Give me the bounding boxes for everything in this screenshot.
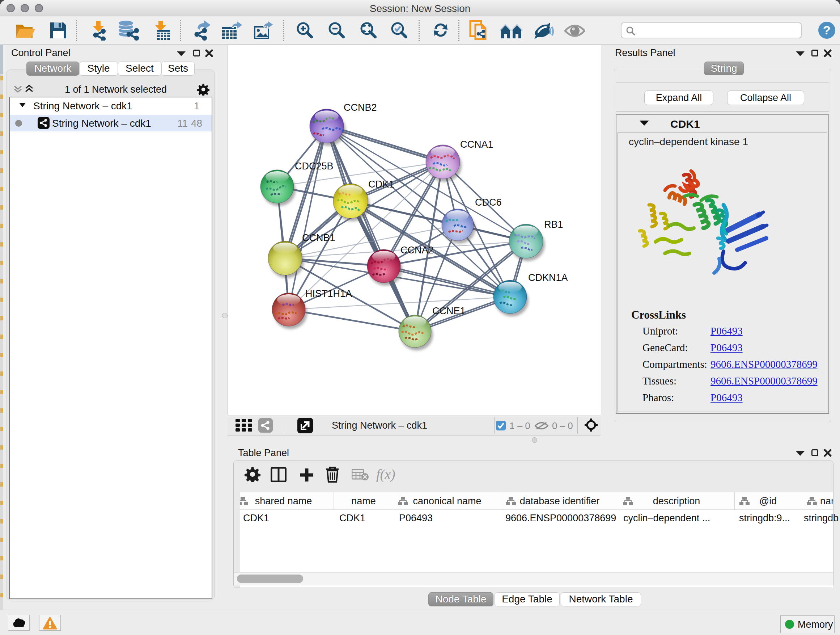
svg-text:RB1: RB1 <box>544 219 563 230</box>
svg-text:CDKN1A: CDKN1A <box>528 272 568 283</box>
svg-text:CCNB2: CCNB2 <box>344 102 377 113</box>
svg-text:HIST1H1A: HIST1H1A <box>305 288 352 299</box>
svg-text:CCNB1: CCNB1 <box>302 233 335 243</box>
svg-text:CDC25B: CDC25B <box>295 161 333 172</box>
svg-text:CDC6: CDC6 <box>475 197 502 208</box>
svg-text:CCNA1: CCNA1 <box>460 139 493 150</box>
svg-text:CCNE1: CCNE1 <box>432 306 466 317</box>
svg-text:CDK1: CDK1 <box>368 179 394 190</box>
svg-text:CCNA2: CCNA2 <box>401 245 434 256</box>
